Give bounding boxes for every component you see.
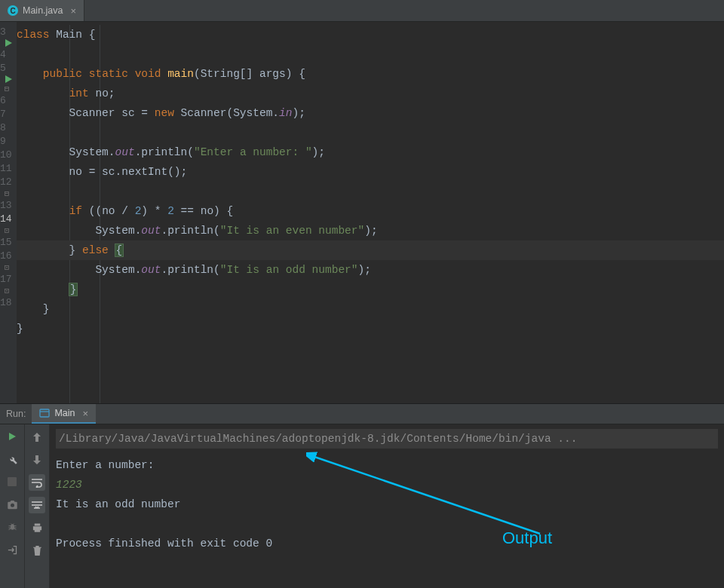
application-icon <box>39 408 50 418</box>
token-hl-brace: } <box>69 283 78 296</box>
token-pln: == no) { <box>174 205 233 217</box>
svg-marker-0 <box>5 39 12 47</box>
token-kw: new <box>155 107 181 119</box>
code-line[interactable]: int no; <box>17 84 724 103</box>
code-line[interactable]: System.out.println("It is an odd number"… <box>17 260 724 280</box>
token-fld: out <box>141 225 161 237</box>
line-number: 18 <box>0 297 17 308</box>
arrow-down-icon[interactable] <box>29 452 45 468</box>
rerun-icon[interactable] <box>5 429 20 444</box>
code-line[interactable]: if ((no / 2) * 2 == no) { <box>17 201 724 221</box>
gutter-row: 17⊡ <box>0 272 17 296</box>
token-fn: main <box>167 68 194 80</box>
code-line[interactable]: } <box>17 280 724 299</box>
code-line[interactable]: Scanner sc = new Scanner(System.in); <box>17 103 724 123</box>
token-pln: Scanner(System. <box>181 107 280 119</box>
token-str: "It is an odd number" <box>220 264 358 276</box>
gutter-row: 5⊟ <box>0 61 17 93</box>
code-line[interactable] <box>17 182 724 201</box>
run-gutter-icon[interactable] <box>0 75 17 84</box>
fold-icon[interactable]: ⊡ <box>0 225 14 235</box>
code-line[interactable]: System.out.println("Enter a number: "); <box>17 142 724 162</box>
arrow-up-icon[interactable] <box>29 429 45 446</box>
svg-marker-4 <box>9 433 16 440</box>
token-pln: .println( <box>135 146 194 158</box>
token-pln: ); <box>358 264 371 276</box>
token-pln: ); <box>292 107 305 119</box>
code-line[interactable]: } else { <box>17 240 724 260</box>
token-num: 2 <box>135 205 142 217</box>
code-area[interactable]: class Main { public static void main(Str… <box>17 22 724 403</box>
bug-icon[interactable] <box>5 519 20 534</box>
tab-filename: Main.java <box>23 5 63 16</box>
wrench-icon[interactable] <box>5 452 20 467</box>
token-pln: ((no / <box>89 205 135 217</box>
code-line[interactable]: } <box>17 319 724 338</box>
token-pln <box>17 205 69 217</box>
token-pln: no = sc.nextInt(); <box>17 166 187 178</box>
line-number: 12 <box>0 176 17 188</box>
console-output[interactable]: /Library/Java/JavaVirtualMachines/adopto… <box>50 424 724 588</box>
fold-icon[interactable]: ⊟ <box>0 188 14 198</box>
gutter-row: 10 <box>0 148 17 161</box>
token-kw: int <box>69 87 96 100</box>
line-number: 8 <box>0 122 11 133</box>
line-number: 10 <box>0 149 17 161</box>
token-pln: ); <box>364 225 377 237</box>
token-kw: class <box>17 29 56 41</box>
editor-tabbar: C Main.java × <box>0 0 724 22</box>
run-config-name: Main <box>54 408 75 418</box>
close-icon[interactable]: × <box>71 6 77 16</box>
run-mid-toolbar <box>25 424 50 588</box>
line-number: 13 <box>0 200 17 211</box>
token-pln: } <box>17 244 82 256</box>
line-number: 11 <box>0 163 17 174</box>
token-pln: .println( <box>161 264 219 276</box>
line-number: 7 <box>0 109 11 120</box>
gutter-row: 15 <box>0 235 17 249</box>
run-tool-window: Run: Main × <box>0 403 724 588</box>
console-user-input: 1223 <box>56 475 718 495</box>
code-line[interactable]: no = sc.nextInt(); <box>17 162 724 182</box>
code-line[interactable]: } <box>17 299 724 319</box>
close-icon[interactable]: × <box>83 408 89 419</box>
stop-icon[interactable] <box>5 474 20 489</box>
token-pln: System. <box>17 146 115 158</box>
token-pln: (String[] args) { <box>194 68 305 80</box>
token-kw: if <box>69 205 89 217</box>
console-command-line: /Library/Java/JavaVirtualMachines/adopto… <box>56 429 718 449</box>
soft-wrap-icon[interactable] <box>29 474 45 491</box>
run-gutter-icon[interactable] <box>0 38 17 47</box>
code-line[interactable] <box>17 123 724 142</box>
code-line[interactable]: System.out.println("It is an even number… <box>17 221 724 240</box>
token-pln: .println( <box>161 225 219 237</box>
line-number: 15 <box>0 237 17 248</box>
line-number: 9 <box>0 136 11 147</box>
fold-icon[interactable]: ⊡ <box>0 262 14 272</box>
token-pln: } <box>17 303 50 315</box>
code-line[interactable]: class Main { <box>17 25 724 44</box>
tab-main-java[interactable]: C Main.java × <box>0 0 84 21</box>
token-fld: out <box>141 264 161 276</box>
run-config-tab[interactable]: Main × <box>32 404 96 424</box>
java-class-icon: C <box>8 5 18 16</box>
fold-icon[interactable]: ⊡ <box>0 286 14 296</box>
code-line[interactable]: public static void main(String[] args) { <box>17 64 724 84</box>
token-kw: else <box>82 244 115 256</box>
run-header: Run: Main × <box>0 404 724 424</box>
print-icon[interactable] <box>29 519 45 536</box>
gutter-row: 18 <box>0 296 17 309</box>
line-number: 3 <box>0 26 11 38</box>
run-panel-label: Run: <box>0 404 32 424</box>
camera-icon[interactable] <box>5 497 20 512</box>
trash-icon[interactable] <box>29 542 45 559</box>
code-editor[interactable]: 345⊟6789101112⊟1314⊡1516⊡17⊡18 class Mai… <box>0 22 724 403</box>
exit-icon[interactable] <box>5 542 20 557</box>
svg-rect-2 <box>40 409 49 417</box>
scroll-to-end-icon[interactable] <box>29 497 45 513</box>
code-line[interactable] <box>17 44 724 64</box>
gutter-row: 13 <box>0 198 17 212</box>
gutter-row: 11 <box>0 161 17 175</box>
fold-icon[interactable]: ⊟ <box>0 84 14 93</box>
gutter-row: 8 <box>0 121 17 134</box>
